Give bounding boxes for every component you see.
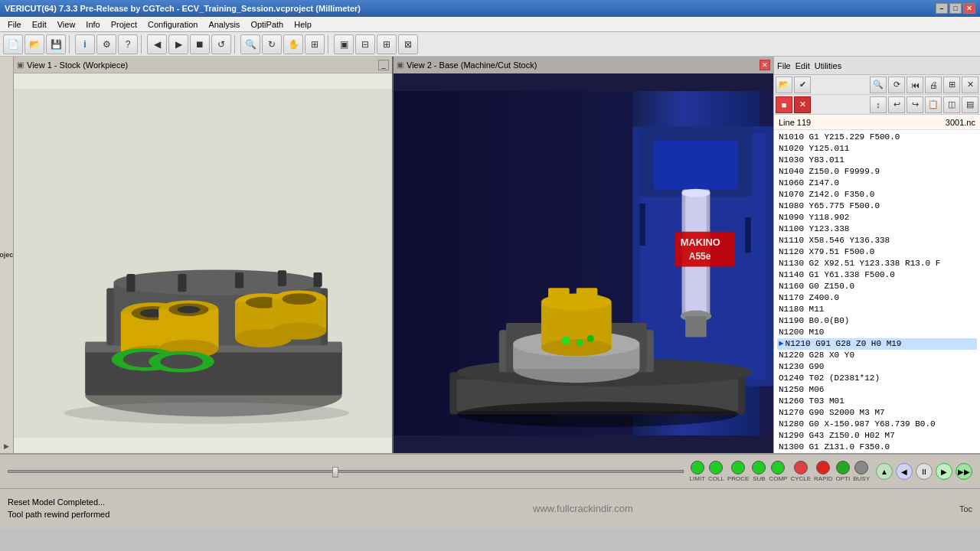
tb-settings[interactable]: ⚙ [96, 34, 116, 54]
rp-close2[interactable]: ✕ [962, 77, 978, 93]
slider-track[interactable] [8, 470, 684, 473]
tb-pan[interactable]: ✋ [283, 34, 303, 54]
nc-line[interactable]: N1270 G90 S2000 M3 M7 [777, 407, 977, 419]
right-menu-file[interactable]: File [777, 61, 791, 70]
nc-line[interactable]: N1290 G43 Z150.0 H02 M7 [777, 430, 977, 442]
project-sidebar[interactable]: Project T ▶ [0, 57, 14, 453]
view2-viewport[interactable]: MAKINO A55e [394, 73, 773, 453]
play-up[interactable]: ▲ [876, 463, 893, 480]
play-fast[interactable]: ▶▶ [956, 463, 972, 480]
slider-thumb[interactable] [332, 467, 338, 478]
right-menu-utilities[interactable]: Utilities [815, 61, 841, 70]
busy-light[interactable] [854, 461, 868, 474]
tb-zoom[interactable]: 🔍 [240, 34, 260, 54]
rp-nav2[interactable]: ↩ [888, 96, 905, 113]
nc-line[interactable]: N1180 M11 [777, 304, 977, 315]
limit-light[interactable] [691, 461, 704, 474]
nc-line[interactable]: N1250 M06 [777, 384, 977, 396]
nc-line[interactable]: N1220 G28 X0 Y0 [777, 350, 977, 361]
tb-view4[interactable]: ⊠ [398, 34, 418, 54]
tb-fit[interactable]: ⊞ [305, 34, 325, 54]
menu-info[interactable]: Info [81, 18, 104, 31]
tb-btn1[interactable]: ◀ [147, 34, 167, 54]
comp-light[interactable] [771, 461, 785, 474]
tb-new[interactable]: 📄 [3, 34, 23, 54]
tb-view1[interactable]: ▣ [334, 34, 354, 54]
rp-stop2[interactable]: ✕ [794, 96, 811, 113]
nc-code-list[interactable]: N1010 G1 Y215.229 F500.0N1020 Y125.011N1… [774, 130, 980, 453]
nc-line[interactable]: N1010 G1 Y215.229 F500.0 [777, 132, 977, 143]
nc-line[interactable]: N1070 Z142.0 F350.0 [777, 189, 977, 201]
nc-line[interactable]: ►N1210 G91 G28 Z0 H0 M19 [777, 338, 977, 350]
view1-viewport[interactable] [14, 73, 392, 453]
rp-nav3[interactable]: ↪ [906, 96, 923, 113]
tb-info[interactable]: i [75, 34, 95, 54]
tb-view2[interactable]: ⊟ [355, 34, 375, 54]
play-forward[interactable]: ▶ [936, 463, 952, 480]
maximize-button[interactable]: □ [949, 3, 962, 14]
nc-line[interactable]: N1020 Y125.011 [777, 143, 977, 155]
opti-light[interactable] [836, 461, 850, 474]
rp-open[interactable]: 📂 [776, 77, 792, 93]
menu-project[interactable]: Project [106, 18, 142, 31]
menu-help[interactable]: Help [289, 18, 316, 31]
nc-line[interactable]: N1120 X79.51 F500.0 [777, 246, 977, 258]
nc-line[interactable]: N1040 Z150.0 F9999.9 [777, 166, 977, 178]
nc-line[interactable]: N1160 G0 Z150.0 [777, 281, 977, 292]
menu-configuration[interactable]: Configuration [143, 18, 202, 31]
minimize-button[interactable]: – [936, 3, 948, 14]
nc-line[interactable]: N1230 G90 [777, 361, 977, 373]
rp-nav4[interactable]: 📋 [925, 96, 942, 113]
cycle-light[interactable] [794, 461, 808, 474]
rp-btn2[interactable]: ⟳ [888, 77, 905, 93]
close-button[interactable]: ✕ [963, 3, 975, 14]
nc-line[interactable]: N1280 G0 X-150.987 Y68.739 B0.0 [777, 419, 977, 430]
tb-save[interactable]: 💾 [46, 34, 66, 54]
rp-btn3[interactable]: ⏮ [906, 77, 923, 93]
rapid-light[interactable] [816, 461, 830, 474]
rp-nav5[interactable]: ◫ [943, 96, 960, 113]
view1-header: ▣ View 1 - Stock (Workpiece) _ [14, 57, 392, 73]
nc-line[interactable]: N1260 T03 M01 [777, 396, 977, 407]
nc-line[interactable]: N1170 Z400.0 [777, 292, 977, 304]
tb-btn2[interactable]: ▶ [168, 34, 188, 54]
nc-line[interactable]: N1030 Y83.011 [777, 155, 977, 166]
proce-light[interactable] [731, 461, 745, 474]
nc-line[interactable]: N1300 G1 Z131.0 F350.0 [777, 442, 977, 453]
play-back[interactable]: ◀ [896, 463, 913, 480]
nc-line[interactable]: O1240 T02 (D2381*12) [777, 373, 977, 384]
view1-minimize[interactable]: _ [378, 60, 389, 70]
nc-line[interactable]: N1080 Y65.775 F500.0 [777, 201, 977, 212]
tb-reset[interactable]: ↺ [211, 34, 231, 54]
nc-line[interactable]: N1130 G2 X92.51 Y123.338 R13.0 F [777, 258, 977, 269]
play-pause[interactable]: ⏸ [916, 463, 933, 480]
view2-close[interactable]: ✕ [760, 60, 770, 70]
coll-light[interactable] [709, 461, 723, 474]
rp-save[interactable]: ✔ [794, 77, 811, 93]
nc-line[interactable]: N1060 Z147.0 [777, 178, 977, 189]
right-menu-edit[interactable]: Edit [795, 61, 810, 70]
menu-view[interactable]: View [53, 18, 80, 31]
menu-edit[interactable]: Edit [28, 18, 51, 31]
tb-open[interactable]: 📂 [24, 34, 44, 54]
tb-rotate[interactable]: ↻ [262, 34, 282, 54]
rp-nav1[interactable]: ↕ [870, 96, 887, 113]
rp-nav6[interactable]: ▤ [962, 96, 978, 113]
tb-view3[interactable]: ⊞ [377, 34, 397, 54]
rp-split[interactable]: ⊞ [943, 77, 960, 93]
nc-line[interactable]: N1100 Y123.338 [777, 223, 977, 235]
nc-line[interactable]: N1140 G1 Y61.338 F500.0 [777, 269, 977, 281]
nc-line[interactable]: N1090 Y118.902 [777, 212, 977, 223]
menu-analysis[interactable]: Analysis [204, 18, 244, 31]
sub-light[interactable] [752, 461, 766, 474]
rp-stop[interactable]: ■ [776, 96, 792, 113]
tb-btn3[interactable]: ⏹ [190, 34, 210, 54]
nc-line[interactable]: N1200 M10 [777, 327, 977, 338]
nc-line[interactable]: N1110 X58.546 Y136.338 [777, 235, 977, 246]
nc-line[interactable]: N1190 B0.0(B0) [777, 315, 977, 327]
menu-file[interactable]: File [3, 18, 26, 31]
rp-search[interactable]: 🔍 [870, 77, 887, 93]
tb-help[interactable]: ? [118, 34, 138, 54]
rp-print[interactable]: 🖨 [925, 77, 942, 93]
menu-optipath[interactable]: OptiPath [246, 18, 288, 31]
